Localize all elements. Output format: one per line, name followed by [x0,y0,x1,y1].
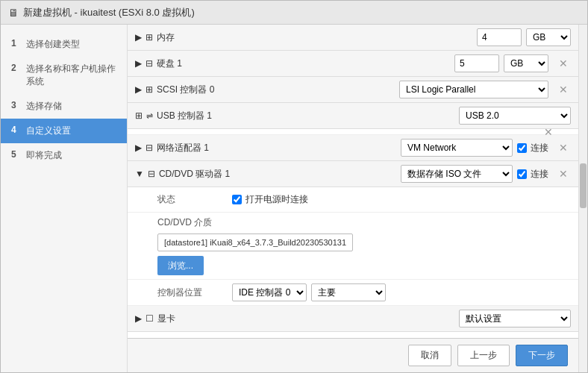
sidebar: 1 选择创建类型 2 选择名称和客户机操作系统 3 选择存储 4 自定义设置 5… [1,25,128,372]
network-value-select[interactable]: VM Network [401,139,513,157]
window-icon: 🖥 [8,7,19,19]
disk1-size-input[interactable] [454,54,499,72]
memory-label: 内存 [157,31,175,44]
cddvd-icon: ⊟ [148,169,155,179]
usb-label: USB 控制器 1 [157,110,212,122]
memory-expand-icon: ▶ [135,32,142,43]
network-connected-label: 连接 [517,142,548,154]
cddvd-media-row: CD/DVD 介质 [datastore1] iKuai8_x64_3.7.3_… [128,213,578,280]
disk1-expand-icon: ▶ [135,58,142,69]
network-section-header[interactable]: ▶ ⊟ 网络适配器 1 VM Network 连接 ✕ [128,135,578,161]
display-icon: ☐ [146,313,154,324]
network-connected-checkbox[interactable] [517,143,527,153]
memory-unit-select[interactable]: GB MB [526,28,571,46]
cddvd-primary-select[interactable]: 主要 次要 [311,283,386,301]
sidebar-label-5: 即将完成 [26,149,62,162]
usb-icon: ⇌ [146,111,153,121]
cddvd-label: CD/DVD 驱动器 1 [159,168,230,181]
sidebar-num-4: 4 [11,125,22,135]
cddvd-status-label: 状态 [157,193,232,206]
sidebar-num-5: 5 [11,149,22,160]
sidebar-item-5[interactable]: 5 即将完成 [1,143,127,168]
cddvd-status-row: 状态 打开电源时连接 [128,187,578,213]
network-expand-icon: ▶ [135,142,142,153]
disk1-section-header[interactable]: ▶ ⊟ 硬盘 1 GB MB ✕ [128,51,578,77]
cddvd-section-header[interactable]: ▼ ⊟ CD/DVD 驱动器 1 数据存储 ISO 文件 客户端设备 主机设备 … [128,161,578,187]
cddvd-delete-button[interactable]: ✕ [556,166,571,181]
sidebar-label-3: 选择存储 [26,100,62,113]
sidebar-num-1: 1 [11,38,22,48]
cddvd-expand-icon: ▼ [135,169,144,179]
sidebar-label-2: 选择名称和客户机操作系统 [26,63,116,88]
scrollbar[interactable] [578,25,587,372]
usb-expand-icon: ⊞ [135,110,143,121]
disk1-unit-select[interactable]: GB MB [504,54,548,72]
sidebar-item-1[interactable]: 1 选择创建类型 [1,32,127,57]
cddvd-media-label: CD/DVD 介质 [157,216,232,229]
titlebar: 🖥 新建虚拟机 - ikuaitest (ESXi 8.0 虚拟机) [1,1,587,25]
cddvd-ide-select[interactable]: IDE 控制器 0 IDE 控制器 1 [232,283,307,301]
disk1-label: 硬盘 1 [157,57,182,70]
display-section-header[interactable]: ▶ ☐ 显卡 默认设置 [128,306,578,332]
network-label: 网络适配器 1 [157,142,209,154]
memory-icon: ⊞ [146,32,153,43]
scsi-type-select[interactable]: LSI Logic Parallel LSI Logic SAS VMware … [399,81,548,98]
display-label: 显卡 [157,313,175,325]
sidebar-item-3[interactable]: 3 选择存储 [1,94,127,119]
usb-delete-button[interactable]: ✕ [541,125,556,140]
display-expand-icon: ▶ [135,313,142,324]
sidebar-num-2: 2 [11,63,22,73]
cddvd-connected-checkbox[interactable] [517,169,527,179]
cddvd-controller-row: 控制器位置 IDE 控制器 0 IDE 控制器 1 主要 次要 [128,280,578,306]
footer: 取消 上一步 下一步 [128,338,578,372]
scroll-area[interactable]: ▶ ⊞ 内存 GB MB ▶ ⊟ 硬盘 1 [128,25,578,338]
scsi-icon: ⊞ [146,84,153,95]
window-title: 新建虚拟机 - ikuaitest (ESXi 8.0 虚拟机) [23,6,195,19]
scrollbar-thumb [580,163,587,208]
cddvd-poweron-checkbox[interactable] [232,195,242,204]
disk1-delete-button[interactable]: ✕ [556,56,571,71]
memory-value-input[interactable] [477,28,522,46]
sidebar-label-1: 选择创建类型 [26,38,80,51]
cddvd-poweron-label: 打开电源时连接 [232,193,308,206]
usb-section-header[interactable]: ⊞ ⇌ USB 控制器 1 USB 2.0 USB 3.0 [128,103,578,129]
network-icon: ⊟ [146,142,153,153]
scsi-section-header[interactable]: ▶ ⊞ SCSI 控制器 0 LSI Logic Parallel LSI Lo… [128,77,578,103]
cddvd-browse-button[interactable]: 浏览... [157,256,204,275]
network-delete-button[interactable]: ✕ [556,140,571,155]
prev-button[interactable]: 上一步 [457,345,510,366]
scsi-label: SCSI 控制器 0 [157,84,214,96]
scsi-delete-button[interactable]: ✕ [556,82,571,97]
cddvd-connected-label: 连接 [517,168,548,181]
sidebar-item-2[interactable]: 2 选择名称和客户机操作系统 [1,57,127,94]
usb-version-select[interactable]: USB 2.0 USB 3.0 [459,107,571,125]
disk1-icon: ⊟ [146,58,153,69]
scsi-expand-icon: ▶ [135,84,142,95]
main-content: ▶ ⊞ 内存 GB MB ▶ ⊟ 硬盘 1 [128,25,578,372]
cddvd-type-select[interactable]: 数据存储 ISO 文件 客户端设备 主机设备 [401,165,513,183]
cddvd-controller-label: 控制器位置 [157,286,232,299]
sidebar-label-4: 自定义设置 [26,125,71,137]
cancel-button[interactable]: 取消 [408,345,451,366]
display-value-select[interactable]: 默认设置 [459,310,571,327]
next-button[interactable]: 下一步 [516,345,568,366]
sidebar-num-3: 3 [11,100,22,110]
sidebar-item-4[interactable]: 4 自定义设置 [1,119,127,143]
cddvd-media-path: [datastore1] iKuai8_x64_3.7.3_Build20230… [157,233,353,251]
memory-section-header[interactable]: ▶ ⊞ 内存 GB MB [128,25,578,51]
